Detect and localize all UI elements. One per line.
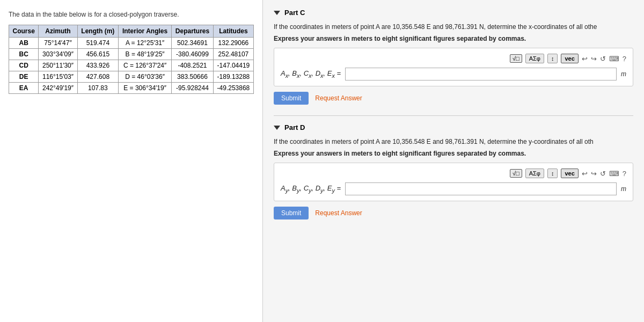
table-cell: 75°14′47″	[39, 38, 77, 49]
table-cell: BC	[9, 49, 39, 60]
table-cell: 252.48107	[213, 49, 253, 60]
table-cell: 132.29066	[213, 38, 253, 49]
sqrt-btn-c[interactable]: √□	[510, 54, 522, 63]
help-c[interactable]: ?	[623, 55, 626, 63]
table-cell: -95.928244	[172, 83, 214, 94]
part-c-unit: m	[621, 70, 626, 78]
part-d-request[interactable]: Request Answer	[315, 209, 362, 217]
part-d-section: Part D If the coordinates in meters of p…	[274, 123, 633, 219]
table-cell: EA	[9, 83, 39, 94]
arrow-back-c[interactable]: ↩	[582, 55, 588, 63]
refresh-d[interactable]: ↺	[600, 170, 606, 178]
table-row: EA242°49′19″107.83E = 306°34′19″-95.9282…	[9, 83, 254, 94]
part-d-label: Part D	[284, 123, 305, 131]
table-cell: 303°34′09″	[39, 49, 77, 60]
arrow-fwd-c[interactable]: ↪	[591, 55, 597, 63]
help-d[interactable]: ?	[623, 170, 626, 178]
part-d-action-row: Submit Request Answer	[274, 207, 633, 219]
sort-btn-c[interactable]: ↕	[547, 54, 558, 63]
table-row: CD250°11′30″433.926C = 126°37′24″-408.25…	[9, 60, 254, 71]
part-c-math-label: Ax, Bx, Cx, Dx, Ex =	[281, 69, 341, 79]
col-course: Course	[9, 25, 39, 38]
table-row: AB75°14′47″519.474A = 12°25′31″502.34691…	[9, 38, 254, 49]
table-cell: -189.13288	[213, 71, 253, 83]
divider	[274, 115, 633, 116]
part-c-label: Part C	[284, 9, 305, 17]
table-cell: 250°11′30″	[39, 60, 77, 71]
part-c-action-row: Submit Request Answer	[274, 92, 633, 105]
alpha-btn-d[interactable]: AΣφ	[525, 169, 544, 178]
part-c-toolbar: √□ AΣφ ↕ vec ↩ ↪ ↺ ⌨ ?	[281, 54, 626, 63]
part-d-express: Express your answers in meters to eight …	[274, 150, 633, 157]
table-row: BC303°34′09″456.615B = 48°19′25″-380.460…	[9, 49, 254, 60]
sort-btn-d[interactable]: ↕	[547, 169, 558, 178]
table-cell: CD	[9, 60, 39, 71]
vec-btn-c[interactable]: vec	[561, 54, 578, 63]
vec-btn-d[interactable]: vec	[561, 169, 578, 178]
table-cell: -147.04419	[213, 60, 253, 71]
alpha-btn-c[interactable]: AΣφ	[525, 54, 544, 63]
intro-text: The data in the table below is for a clo…	[9, 11, 254, 18]
col-latitudes: Latitudes	[213, 25, 253, 38]
part-d-description: If the coordinates in meters of point A …	[274, 137, 633, 147]
table-cell: 107.83	[77, 83, 118, 94]
sqrt-btn-d[interactable]: √□	[510, 169, 522, 178]
arrow-back-d[interactable]: ↩	[582, 170, 588, 178]
col-departures: Departures	[172, 25, 214, 38]
part-c-submit[interactable]: Submit	[274, 92, 309, 105]
table-row: DE116°15′03″427.608D = 46°03′36″383.5066…	[9, 71, 254, 83]
left-panel: The data in the table below is for a clo…	[0, 0, 263, 322]
refresh-c[interactable]: ↺	[600, 55, 606, 63]
table-cell: -380.46099	[172, 49, 214, 60]
part-d-input[interactable]	[345, 182, 617, 195]
table-cell: D = 46°03′36″	[119, 71, 172, 83]
col-length: Length (m)	[77, 25, 118, 38]
part-c-input-row: Ax, Bx, Cx, Dx, Ex = m	[281, 68, 626, 80]
table-cell: A = 12°25′31″	[119, 38, 172, 49]
table-cell: B = 48°19′25″	[119, 49, 172, 60]
right-panel: Part C If the coordinates in meters of p…	[263, 0, 644, 322]
expand-icon-c[interactable]	[274, 11, 280, 15]
part-d-unit: m	[621, 185, 626, 193]
expand-icon-d[interactable]	[274, 126, 280, 130]
keyboard-d[interactable]: ⌨	[609, 170, 619, 178]
part-c-section: Part C If the coordinates in meters of p…	[274, 9, 633, 105]
traverse-table: Course Azimuth Length (m) Interior Angle…	[9, 25, 254, 94]
part-c-answer-box: √□ AΣφ ↕ vec ↩ ↪ ↺ ⌨ ? Ax, Bx, Cx, Dx, E…	[274, 48, 633, 86]
table-cell: C = 126°37′24″	[119, 60, 172, 71]
part-d-toolbar: √□ AΣφ ↕ vec ↩ ↪ ↺ ⌨ ?	[281, 169, 626, 178]
part-c-input[interactable]	[345, 68, 617, 80]
table-cell: 116°15′03″	[39, 71, 77, 83]
table-cell: 433.926	[77, 60, 118, 71]
table-cell: 383.50666	[172, 71, 214, 83]
part-c-request[interactable]: Request Answer	[315, 94, 362, 102]
table-cell: 242°49′19″	[39, 83, 77, 94]
arrow-fwd-d[interactable]: ↪	[591, 170, 597, 178]
table-cell: E = 306°34′19″	[119, 83, 172, 94]
table-cell: DE	[9, 71, 39, 83]
table-cell: AB	[9, 38, 39, 49]
table-cell: 502.34691	[172, 38, 214, 49]
part-d-answer-box: √□ AΣφ ↕ vec ↩ ↪ ↺ ⌨ ? Ay, By, Cy, Dy, E…	[274, 163, 633, 201]
table-cell: -408.2521	[172, 60, 214, 71]
keyboard-c[interactable]: ⌨	[609, 55, 619, 63]
col-azimuth: Azimuth	[39, 25, 77, 38]
part-d-submit[interactable]: Submit	[274, 207, 309, 219]
table-cell: -49.253868	[213, 83, 253, 94]
part-d-input-row: Ay, By, Cy, Dy, Ey = m	[281, 182, 626, 195]
part-c-express: Express your answers in meters to eight …	[274, 35, 633, 42]
table-cell: 456.615	[77, 49, 118, 60]
part-c-header: Part C	[274, 9, 633, 17]
part-d-header: Part D	[274, 123, 633, 131]
part-c-description: If the coordinates in meters of point A …	[274, 22, 633, 32]
table-cell: 427.608	[77, 71, 118, 83]
part-d-math-label: Ay, By, Cy, Dy, Ey =	[281, 184, 341, 194]
table-cell: 519.474	[77, 38, 118, 49]
col-interior-angles: Interior Angles	[119, 25, 172, 38]
